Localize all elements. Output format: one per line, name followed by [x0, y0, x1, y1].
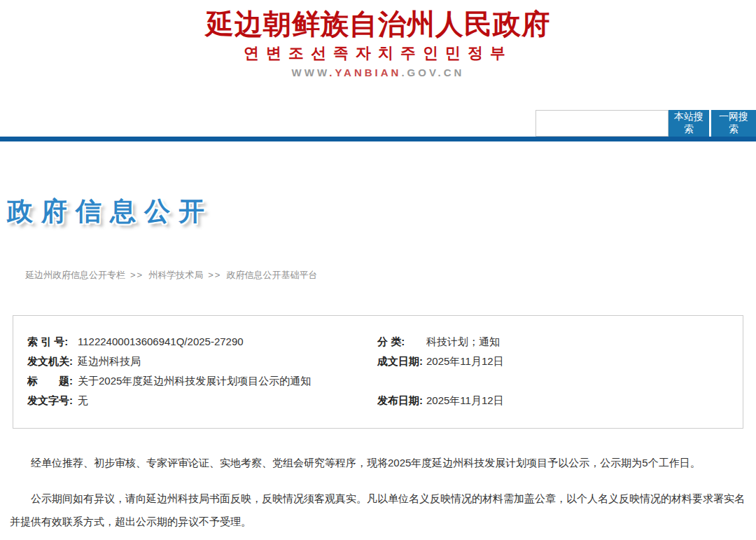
header-divider: [0, 137, 756, 141]
meta-value-issuing-agency: 延边州科技局: [78, 352, 377, 371]
breadcrumb-separator: >>: [208, 270, 221, 280]
site-url-suffix: .GOV.CN: [401, 67, 464, 78]
web-search-button[interactable]: 一网搜索: [711, 110, 756, 137]
breadcrumb-item-basic-platform[interactable]: 政府信息公开基础平台: [226, 270, 317, 280]
notice-body: 经单位推荐、初步审核、专家评审论证、实地考察、党组会研究等程序，现将2025年度…: [10, 451, 746, 540]
site-url: WWW.YANBIAN.GOV.CN: [0, 67, 756, 78]
document-meta-box: 索 引 号: 11222400013606941Q/2025-27290 分 类…: [13, 315, 743, 429]
section-title: 政府信息公开: [7, 194, 213, 229]
site-search-button[interactable]: 本站搜索: [668, 110, 709, 137]
meta-label-index-number: 索 引 号:: [27, 332, 78, 352]
site-url-prefix: WWW: [292, 67, 330, 78]
site-title-korean: 연변조선족자치주인민정부: [0, 43, 756, 64]
meta-value-date-written: 2025年11月12日: [426, 352, 743, 371]
meta-label-doc-number: 发文字号:: [27, 391, 78, 410]
meta-value-doc-title: 关于2025年度延边州科技发展计划项目公示的通知: [78, 371, 377, 391]
masthead: 延边朝鲜族自治州人民政府 연변조선족자치주인민정부 WWW.YANBIAN.GO…: [0, 0, 756, 78]
site-title: 延边朝鲜族自治州人民政府: [0, 8, 756, 40]
site-url-highlight: .YANBIAN: [329, 67, 401, 78]
document-meta-grid: 索 引 号: 11222400013606941Q/2025-27290 分 类…: [27, 332, 743, 410]
meta-label-category: 分 类:: [377, 332, 426, 352]
notice-paragraph-2: 公示期间如有异议，请向延边州科技局书面反映，反映情况须客观真实。凡以单位名义反映…: [10, 487, 746, 533]
meta-label-issuing-agency: 发文机关:: [27, 352, 78, 371]
breadcrumb: 延边州政府信息公开专栏>>州科学技术局>>政府信息公开基础平台: [25, 269, 317, 282]
notice-paragraph-1: 经单位推荐、初步审核、专家评审论证、实地考察、党组会研究等程序，现将2025年度…: [10, 451, 746, 474]
meta-label-date-written: 成文日期:: [377, 352, 426, 371]
meta-label-empty: [377, 371, 426, 391]
search-bar: 本站搜索 一网搜索: [536, 110, 756, 137]
meta-label-doc-title: 标 题:: [27, 371, 78, 391]
meta-value-empty: [426, 371, 743, 391]
breadcrumb-item-gov-info-column[interactable]: 延边州政府信息公开专栏: [25, 270, 125, 280]
breadcrumb-separator: >>: [130, 270, 144, 280]
meta-label-date-published: 发布日期:: [377, 391, 426, 410]
meta-value-index-number: 11222400013606941Q/2025-27290: [78, 332, 377, 352]
search-input[interactable]: [536, 110, 668, 137]
meta-value-date-published: 2025年11月12日: [426, 391, 743, 410]
meta-value-category: 科技计划；通知: [426, 332, 743, 352]
meta-value-doc-number: 无: [78, 391, 377, 410]
breadcrumb-item-science-bureau[interactable]: 州科学技术局: [148, 270, 203, 280]
